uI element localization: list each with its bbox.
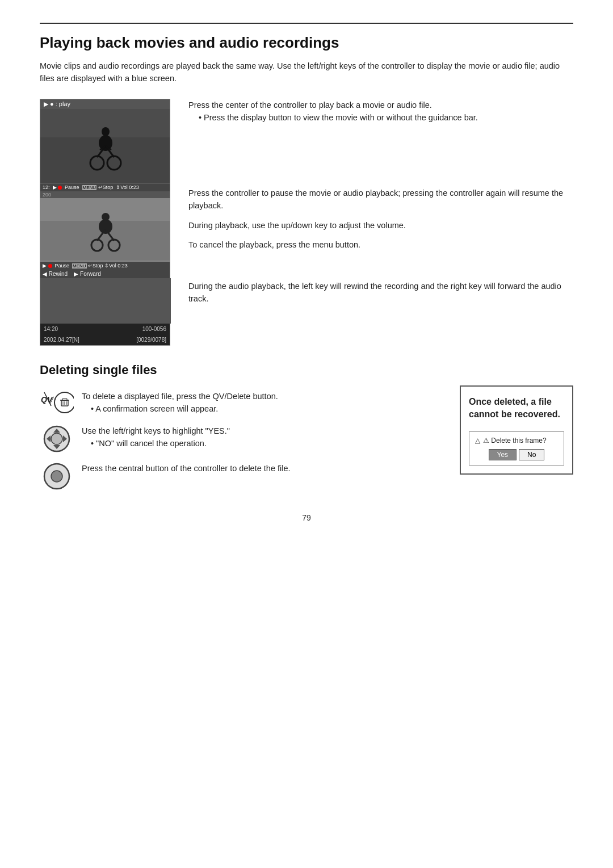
screen2-date: 200 <box>40 191 170 198</box>
warning-icon: △ <box>475 437 480 445</box>
screen3-footer2: 2002.04.27[N] [0029/0078] <box>40 334 170 345</box>
intro-text: Movie clips and audio recordings are pla… <box>40 60 573 85</box>
step3-icon <box>40 462 74 490</box>
qv-delete-icon: QV ╱ <box>40 390 74 415</box>
instr2-extra1: During playback, use the up/down key to … <box>188 219 573 232</box>
svg-rect-18 <box>40 278 171 324</box>
instr2-extra2: To cancel the playback, press the menu b… <box>188 238 573 251</box>
step3-text: Press the central button of the controll… <box>82 462 437 475</box>
instr-block-1: Press the center of the controller to pl… <box>188 99 573 124</box>
camera-screens: ▶ ● : play <box>40 99 170 346</box>
step2-text: Use the left/right keys to highlight "YE… <box>82 425 437 450</box>
warning-dialog: △ ⚠ Delete this frame? Yes No <box>469 431 564 466</box>
screen2-status: 12: ▶ Pause MENU ↵Stop ⇕Vol 0:23 <box>43 184 139 190</box>
screen3-time: 14:20 <box>44 326 58 332</box>
controller-center-icon <box>40 462 74 490</box>
dialog-yes-button[interactable]: Yes <box>489 449 517 460</box>
screen3-status: ▶ Pause MENU ↵Stop ⇕Vol 0:23 <box>43 263 128 269</box>
delete-left: QV ╱ To delete a di <box>40 385 437 490</box>
svg-text:╱: ╱ <box>49 396 54 404</box>
screen1-svg <box>40 109 170 183</box>
instr-block-2: Press the controller to pause the movie … <box>188 187 573 251</box>
step2-icon <box>40 425 74 453</box>
screen3-topbar: ▶ Pause MENU ↵Stop ⇕Vol 0:23 <box>40 262 170 270</box>
controller-lr-icon <box>40 425 74 453</box>
section1-title: Playing back movies and audio recordings <box>40 34 573 52</box>
instr1-bullet: • Press the display button to view the m… <box>199 111 573 124</box>
svg-rect-25 <box>62 399 67 400</box>
screen1-topbar: ▶ ● : play <box>40 99 170 109</box>
dialog-title-text: ⚠ Delete this frame? <box>483 437 547 445</box>
dialog-no-button[interactable]: No <box>519 449 544 460</box>
screen3-date: 2002.04.27[N] <box>44 337 79 343</box>
instr3-text: During the audio playback, the left key … <box>188 280 573 305</box>
delete-step-3: Press the central button of the controll… <box>40 462 437 490</box>
deleting-section: QV ╱ To delete a di <box>40 385 573 490</box>
play-indicator: ▶ ● : play <box>44 100 70 108</box>
screen1: ▶ ● : play <box>40 99 170 183</box>
playback-section: ▶ ● : play <box>40 99 573 346</box>
svg-point-13 <box>102 213 110 221</box>
screen3-bodysvg <box>40 278 171 324</box>
screen3: ▶ Pause MENU ↵Stop ⇕Vol 0:23 ◀ Rewind ▶ … <box>40 261 170 346</box>
dialog-title: △ ⚠ Delete this frame? <box>475 437 558 445</box>
svg-point-36 <box>51 471 62 482</box>
dialog-buttons: Yes No <box>475 449 558 460</box>
svg-point-30 <box>51 433 62 445</box>
screen3-body <box>40 278 170 324</box>
instr2-text: Press the controller to pause the movie … <box>188 187 573 212</box>
screen2: 12: ▶ Pause MENU ↵Stop ⇕Vol 0:23 200 <box>40 183 170 261</box>
screen3-nav: ◀ Rewind ▶ Forward <box>40 270 170 278</box>
section2-title: Deleting single files <box>40 363 573 378</box>
delete-step-2: Use the left/right keys to highlight "YE… <box>40 425 437 453</box>
instr1-text: Press the center of the controller to pl… <box>188 99 573 111</box>
step1-icon: QV ╱ <box>40 390 74 415</box>
screen3-file: 100-0056 <box>142 326 166 332</box>
screen2-svg <box>40 198 170 261</box>
warning-text: Once deleted, a file cannot be recovered… <box>469 396 564 421</box>
screen2-topbar: 12: ▶ Pause MENU ↵Stop ⇕Vol 0:23 <box>40 183 170 191</box>
screen2-image <box>40 198 170 261</box>
page-number-text: 79 <box>302 513 311 522</box>
step1-text: To delete a displayed file, press the QV… <box>82 390 437 416</box>
svg-point-12 <box>99 219 112 234</box>
screen3-footer: 14:20 100-0056 <box>40 324 170 334</box>
instr-block-3: During the audio playback, the left key … <box>188 280 573 305</box>
delete-step-1: QV ╱ To delete a di <box>40 390 437 416</box>
screen3-frame: [0029/0078] <box>136 337 166 343</box>
delete-steps: QV ╱ To delete a di <box>40 390 437 490</box>
svg-point-22 <box>54 392 74 413</box>
warning-box: Once deleted, a file cannot be recovered… <box>460 385 573 475</box>
page-number: 79 <box>40 513 573 522</box>
screen1-image <box>40 109 170 183</box>
playback-instructions: Press the center of the controller to pl… <box>188 99 573 346</box>
top-border <box>40 23 573 24</box>
svg-point-3 <box>102 127 110 136</box>
